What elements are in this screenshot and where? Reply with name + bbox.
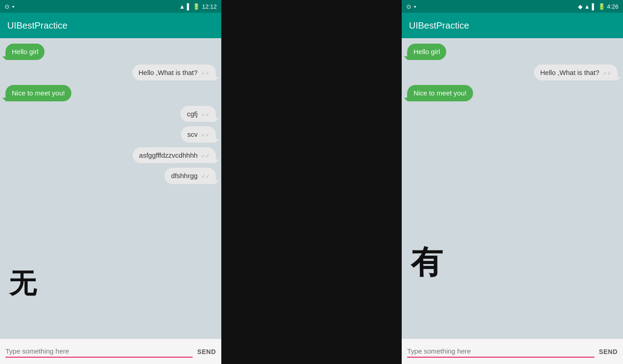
phone-2: ⊙ ▪ ◆ ▲ ▌ 🔋 4:26 UIBestPractice Hello gi… xyxy=(402,0,623,364)
p2-message-2: Hello ,What is that? ✓✓ xyxy=(534,65,618,81)
messages-1: Hello girl Hello ,What is that? ✓✓ Nice … xyxy=(5,44,216,184)
p2-message-3: Nice to meet you! xyxy=(407,85,473,101)
wifi-icon: ▲ xyxy=(179,3,185,10)
signal-icon-2: ▌ xyxy=(592,3,596,10)
battery-icon: 🔋 xyxy=(193,3,200,10)
tick-3: ✓✓ xyxy=(201,132,209,138)
status-left-icons-2: ⊙ ▪ xyxy=(406,3,416,10)
signal-icon: ▌ xyxy=(187,3,191,10)
p2-tick-1: ✓✓ xyxy=(603,70,611,76)
input-bar-2: SEND xyxy=(402,339,623,364)
status-bar-1: ⊙ ▪ ▲ ▌ 🔋 12:12 xyxy=(0,0,221,13)
message-4: cgfj ✓✓ xyxy=(180,106,216,122)
tick-1: ✓✓ xyxy=(201,70,209,76)
time-display-1: 12:12 xyxy=(202,3,217,10)
app-bar-2: UIBestPractice xyxy=(402,13,623,38)
circle-icon: ⊙ xyxy=(5,3,10,10)
square-icon: ▪ xyxy=(12,3,15,10)
app-title-2: UIBestPractice xyxy=(409,20,469,31)
dark-gap xyxy=(221,0,402,364)
location-icon: ◆ xyxy=(578,3,583,10)
message-1: Hello girl xyxy=(5,44,45,60)
status-right-1: ▲ ▌ 🔋 12:12 xyxy=(179,3,217,10)
chinese-char-2: 有 xyxy=(411,241,443,284)
message-7: dfshhrgg ✓✓ xyxy=(164,168,216,184)
send-button-2[interactable]: SEND xyxy=(599,348,618,355)
tick-4: ✓✓ xyxy=(201,153,209,159)
chinese-char-1: 无 xyxy=(9,265,36,302)
message-6: asfggfffdzzvcdhhhh ✓✓ xyxy=(133,147,216,164)
messages-2: Hello girl Hello ,What is that? ✓✓ Nice … xyxy=(407,44,618,101)
battery-icon-2: 🔋 xyxy=(598,3,605,10)
input-bar-1: SEND xyxy=(0,339,221,364)
tick-2: ✓✓ xyxy=(201,112,209,117)
status-left-icons: ⊙ ▪ xyxy=(5,3,15,10)
circle-icon-2: ⊙ xyxy=(406,3,411,10)
wifi-icon-2: ▲ xyxy=(584,3,590,10)
app-title-1: UIBestPractice xyxy=(7,20,67,31)
tick-5: ✓✓ xyxy=(201,174,209,179)
message-2: Hello ,What is that? ✓✓ xyxy=(132,65,216,81)
chat-area-2: Hello girl Hello ,What is that? ✓✓ Nice … xyxy=(402,38,623,339)
p2-message-1: Hello girl xyxy=(407,44,446,60)
status-right-2: ◆ ▲ ▌ 🔋 4:26 xyxy=(578,3,618,10)
time-display-2: 4:26 xyxy=(607,3,618,10)
square-icon-2: ▪ xyxy=(414,3,416,10)
app-bar-1: UIBestPractice xyxy=(0,13,221,38)
phone-1: ⊙ ▪ ▲ ▌ 🔋 12:12 UIBestPractice Hello gir… xyxy=(0,0,221,364)
message-5: scv ✓✓ xyxy=(181,126,216,143)
status-bar-2: ⊙ ▪ ◆ ▲ ▌ 🔋 4:26 xyxy=(402,0,623,13)
send-button-1[interactable]: SEND xyxy=(197,348,216,355)
chat-area-1: Hello girl Hello ,What is that? ✓✓ Nice … xyxy=(0,38,221,339)
message-3: Nice to meet you! xyxy=(5,85,71,101)
message-input-2[interactable] xyxy=(407,345,594,358)
message-input-1[interactable] xyxy=(5,345,193,358)
